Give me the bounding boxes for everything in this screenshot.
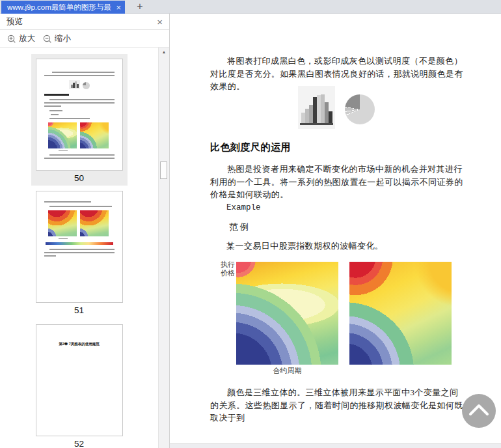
thumbnail-preview-52: 第2章 7类图表的使用规范	[36, 324, 123, 436]
paragraph-3: 颜色是三维立体的。三维立体被用来显示平面中3个变量之间的关系。这些热图显示了，随…	[210, 386, 467, 425]
thumbnail-list: 50 51	[0, 48, 158, 448]
panel-header: 预览 ×	[0, 14, 169, 30]
y-axis-label-line: 执行	[221, 260, 235, 269]
mini-color-scale	[46, 242, 113, 245]
tab-title: www.j9p.com最简单的图形与最	[7, 3, 113, 12]
axis-line	[300, 123, 333, 125]
text-line	[44, 158, 115, 159]
browser-tab[interactable]: www.j9p.com最简单的图形与最 ×	[1, 1, 125, 14]
chevron-up-icon	[468, 402, 490, 419]
heatmap-right-image	[349, 262, 452, 365]
text-line	[49, 249, 115, 250]
caption-line	[59, 238, 68, 239]
bottom-bar	[170, 443, 501, 448]
text-line	[52, 72, 115, 73]
zoom-in-label: 放大	[19, 33, 35, 44]
mini-heatmap-right	[80, 210, 109, 236]
thumbnail-page-52[interactable]: 第2章 7类图表的使用规范 52	[36, 324, 123, 448]
heatmap-left-image	[236, 262, 338, 365]
panel-close-icon[interactable]: ×	[157, 17, 163, 27]
example-caption: 某一交易日中股票指数期权的波幅变化。	[226, 240, 383, 253]
chapter-heading: 第2章 7类图表的使用规范	[36, 342, 122, 346]
scroll-up-icon[interactable]: ▲	[159, 50, 169, 55]
mini-heatmaps	[48, 122, 122, 148]
thumbnail-preview-50	[36, 59, 123, 171]
text-line	[44, 255, 56, 257]
plus-icon: +	[137, 1, 142, 12]
text-line	[44, 102, 115, 104]
thumbnail-page-50[interactable]: 50	[31, 54, 128, 186]
panel-title: 预览	[7, 16, 23, 27]
heading-line	[44, 94, 69, 96]
paragraph-2: 热图是投资者用来确定不断变化的市场中新的机会并对其进行利用的一个工具。将一系列的…	[210, 163, 467, 201]
grayscale-bar-chart-image	[298, 86, 335, 129]
zoom-out-button[interactable]: 缩小	[43, 33, 71, 44]
example-label-zh: 范例	[229, 221, 251, 234]
x-axis-label: 合约周期	[236, 366, 338, 376]
bar	[329, 111, 332, 124]
document-view: 将图表打印成黑白色，或影印成灰色以测试明度（不是颜色）对比度是否充分。如果黑白图…	[170, 14, 501, 448]
browser-tab-strip: www.j9p.com最简单的图形与最 × +	[0, 0, 501, 14]
bar	[77, 84, 79, 88]
thumbnail-number: 51	[74, 303, 84, 318]
zoom-out-label: 缩小	[55, 33, 71, 44]
scrollbar-thumb[interactable]	[160, 161, 167, 179]
mini-charts	[36, 80, 122, 89]
zoom-in-button[interactable]: 放大	[7, 33, 35, 44]
magnifier-minus-icon	[43, 35, 52, 44]
text-line	[49, 99, 115, 100]
text-line	[44, 75, 115, 76]
text-line	[49, 110, 62, 111]
text-line	[49, 154, 115, 156]
browser-window: www.j9p.com最简单的图形与最 × + 预览 × 放大 缩小	[0, 0, 501, 448]
mini-heatmap-left	[48, 122, 77, 148]
section-heading: 比色刻度尺的运用	[210, 141, 291, 154]
text-line	[49, 118, 90, 119]
paragraph-1: 将图表打印成黑白色，或影印成灰色以测试明度（不是颜色）对比度是否充分。如果黑白图…	[210, 55, 467, 93]
mini-pie-chart	[83, 82, 90, 89]
example-label-en: Example	[226, 202, 261, 215]
thumbnail-preview-51	[36, 191, 123, 303]
mini-bar-chart	[69, 80, 80, 89]
mini-heatmap-left	[48, 210, 77, 236]
thumbnail-number: 52	[74, 436, 84, 448]
scroll-to-top-button[interactable]	[462, 394, 496, 428]
spacer	[36, 191, 122, 199]
text-line	[44, 201, 91, 203]
magnifier-plus-icon	[7, 35, 16, 44]
new-tab-button[interactable]: +	[133, 0, 147, 14]
spacer	[36, 59, 122, 70]
preview-panel: 预览 × 放大 缩小	[0, 14, 170, 448]
y-axis-label: 执行 价格	[221, 260, 235, 277]
y-axis-label-line: 价格	[221, 269, 235, 277]
text-line	[49, 206, 112, 207]
grayscale-pie-chart-image	[345, 94, 375, 124]
text-line	[44, 105, 61, 107]
thumbnail-number: 50	[74, 171, 84, 186]
caption-line	[59, 150, 68, 151]
text-line	[44, 252, 115, 253]
thumbnail-page-51[interactable]: 51	[36, 191, 123, 318]
text-line	[51, 114, 59, 115]
panel-toolbar: 放大 缩小	[0, 31, 169, 48]
mini-heatmap-right	[80, 122, 109, 148]
mini-heatmaps	[48, 210, 122, 236]
tab-close-icon[interactable]: ×	[116, 3, 121, 12]
sidebar-scrollbar[interactable]: ▲	[158, 48, 169, 448]
